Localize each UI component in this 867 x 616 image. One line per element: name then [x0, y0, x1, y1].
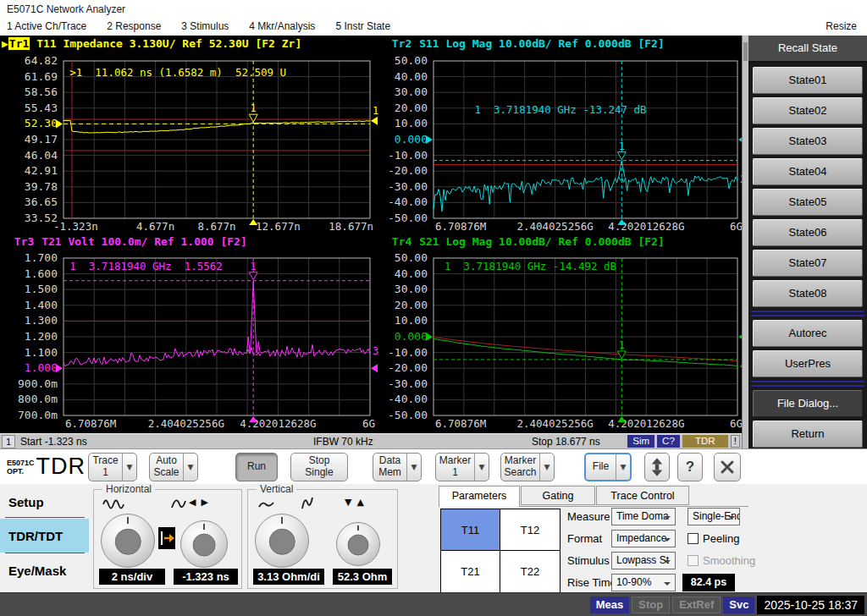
toolbar-button-close[interactable] [714, 453, 741, 481]
chevron-down-icon[interactable]: ▼ [122, 454, 136, 481]
knob-tick [203, 524, 205, 530]
softkey-state04[interactable]: State04 [753, 158, 863, 185]
softkey-autorec[interactable]: Autorec [753, 320, 863, 347]
combo-secondary-measure[interactable]: Single-End [688, 508, 740, 525]
trace-plot-tr3[interactable]: ▶Tr3 T21 Volt 100.0m/ Ref 1.000 [F2] 1.7… [0, 234, 378, 432]
application-window: E5071C Network Analyzer 1 Active Ch/Trac… [0, 0, 867, 616]
combo-rise-time[interactable]: 10-90% [611, 574, 676, 591]
toolbar-button-run[interactable]: Run [235, 453, 278, 481]
trace-header-tr2[interactable]: ▶Tr2 S11 Log Mag 10.00dB/ Ref 0.000dB [F… [383, 37, 665, 52]
matrix-cell-t11[interactable]: T11 [441, 509, 500, 551]
knob-core [193, 534, 216, 557]
toolbar-button-updown[interactable] [644, 453, 670, 481]
toolbar-button-stop-single[interactable]: Stop Single [290, 453, 348, 481]
trace-plot-tr1[interactable]: ▶Tr1 T11 Impedance 3.130U/ Ref 52.30U [F… [0, 36, 378, 234]
menu-bar: 1 Active Ch/Trace2 Response3 Stimulus4 M… [0, 19, 867, 36]
softkey-userpres[interactable]: UserPres [753, 350, 863, 377]
combo-format[interactable]: Impedance [611, 530, 676, 547]
toolbar-button-marker-select[interactable]: Marker 1▼ [435, 453, 489, 481]
softkey-state01[interactable]: State01 [753, 67, 863, 94]
svg-text:20.00: 20.00 [395, 102, 428, 114]
svg-text:1: 1 [251, 261, 257, 272]
reference-position-icon[interactable] [158, 527, 175, 549]
toolbar-button-auto-scale[interactable]: Auto Scale▼ [149, 453, 198, 481]
checkbox-peeling[interactable] [688, 533, 699, 544]
scrollbar-thumb[interactable] [743, 42, 748, 61]
matrix-cell-t22[interactable]: T22 [500, 551, 560, 592]
trace-plot-tr4[interactable]: ▶Tr4 S21 Log Mag 10.00dB/ Ref 0.000dB [F… [378, 234, 742, 432]
softkey-state02[interactable]: State02 [753, 97, 863, 124]
chevron-down-icon[interactable]: ▼ [183, 454, 197, 481]
svg-text:40.00: 40.00 [395, 70, 428, 83]
softkey-menu-title: Recall State [748, 36, 867, 63]
toolbar-button-marker-search[interactable]: Marker Search▼ [500, 453, 555, 481]
matrix-cell-t12[interactable]: T12 [500, 509, 560, 551]
tab-parameters[interactable]: Parameters [439, 486, 520, 507]
resize-button[interactable]: Resize [826, 20, 857, 32]
tab-divider [5, 517, 85, 518]
svg-text:49.17: 49.17 [25, 133, 58, 146]
softkey-state03[interactable]: State03 [753, 128, 863, 155]
menu-item-2[interactable]: 2 Response [107, 20, 161, 32]
vertical-scale-knob[interactable] [255, 514, 309, 568]
toolbar-button-file[interactable]: File▼ [584, 453, 632, 481]
softkey-separator [751, 311, 864, 316]
small-amplitude-wave-icon [258, 499, 275, 510]
chevron-down-icon[interactable]: ▼ [474, 454, 489, 481]
tab-eye-mask[interactable]: Eye/Mask [8, 564, 66, 578]
trace-tag: Tr4 [391, 235, 412, 248]
screen-scrollbar[interactable] [742, 36, 748, 448]
chevron-down-icon[interactable]: ▼ [616, 454, 630, 480]
horizontal-scale-knob[interactable] [101, 514, 155, 568]
softkey-state08[interactable]: State08 [753, 280, 863, 307]
horizontal-position-knob[interactable] [180, 520, 228, 568]
vertical-position-arrows-icon: ▼▲ [345, 497, 369, 508]
svg-text:700.0m: 700.0m [18, 409, 58, 421]
menu-item-1[interactable]: 1 Active Ch/Trace [7, 20, 86, 32]
svg-text:1.100: 1.100 [25, 346, 58, 359]
menu-item-5[interactable]: 5 Instr State [335, 20, 390, 32]
chevron-down-icon [664, 538, 671, 542]
svg-text:64.82: 64.82 [25, 54, 58, 67]
tab-gating[interactable]: Gating [521, 486, 595, 505]
matrix-cell-t21[interactable]: T21 [441, 551, 500, 592]
svg-text:20.00: 20.00 [395, 299, 428, 311]
svg-text:-10.00: -10.00 [388, 149, 428, 162]
trace-chart-tr3: 1.7001.6001.5001.4001.3001.2001.1001.000… [0, 250, 378, 432]
toolbar-button-label: Auto Scale [150, 455, 183, 479]
fast-sweep-wave-icon [102, 497, 126, 512]
toolbar-button-data-mem[interactable]: Data Mem▼ [373, 453, 422, 481]
toolbar-button-help[interactable]: ? [677, 453, 703, 481]
tab-trace-control[interactable]: Trace Control [596, 486, 689, 505]
svg-text:42.91: 42.91 [25, 164, 58, 177]
menu-item-3[interactable]: 3 Stimulus [181, 20, 229, 32]
softkey-state06[interactable]: State06 [753, 219, 863, 246]
chevron-down-icon[interactable]: ▼ [539, 454, 554, 481]
trace-header-tr4[interactable]: ▶Tr4 S21 Log Mag 10.00dB/ Ref 0.000dB [F… [383, 235, 665, 250]
svg-text:-30.00: -30.00 [388, 180, 428, 193]
softkey-sidebar: Recall State State01State02State03State0… [748, 36, 867, 448]
combo-stimulus[interactable]: Lowpass St [611, 552, 676, 569]
tab-tdr-tdt[interactable]: TDR/TDT [8, 529, 63, 543]
svg-text:6G: 6G [362, 417, 375, 430]
chevron-down-icon [664, 560, 671, 564]
softkey-state05[interactable]: State05 [753, 189, 863, 216]
softkey-file-dialog[interactable]: File Dialog... [753, 390, 863, 417]
trace-header-tr3[interactable]: ▶Tr3 T21 Volt 100.0m/ Ref 1.000 [F2] [5, 235, 247, 250]
vertical-group: Vertical ▼▲ 3.13 Ohm/di 52.3 Ohm [247, 489, 398, 589]
svg-text:50.00: 50.00 [395, 251, 428, 264]
tab-divider [5, 553, 85, 553]
knob-tick [127, 517, 129, 524]
softkey-return[interactable]: Return [753, 421, 863, 448]
toolbar-button-trace-select[interactable]: Trace 1▼ [88, 453, 137, 481]
trace-plot-tr2[interactable]: ▶Tr2 S11 Log Mag 10.00dB/ Ref 0.000dB [F… [378, 36, 742, 234]
tab-setup[interactable]: Setup [8, 495, 44, 509]
trace-header-tr1[interactable]: ▶Tr1 T11 Impedance 3.130U/ Ref 52.30U [F… [0, 37, 301, 52]
svg-text:4.202012628G: 4.202012628G [240, 417, 316, 430]
softkey-state07[interactable]: State07 [753, 250, 863, 277]
menu-item-4[interactable]: 4 Mkr/Analysis [249, 20, 315, 32]
chevron-down-icon[interactable]: ▼ [406, 454, 421, 481]
vertical-position-knob[interactable] [336, 522, 380, 566]
toolbar-button-label: Stop Single [291, 455, 347, 479]
combo-measure[interactable]: Time Doma [611, 508, 676, 525]
